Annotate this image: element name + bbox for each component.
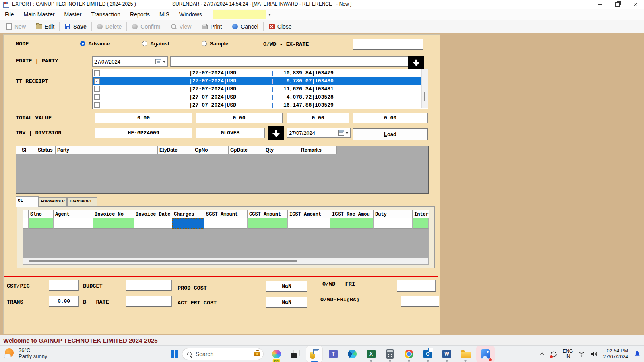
total-value-2[interactable]: 0.00 [196,113,283,123]
party-input[interactable] [170,56,409,67]
inv-date-picker[interactable]: 27/07/2024 [287,128,351,138]
start-button[interactable] [171,350,178,358]
volume-tray-icon[interactable] [590,351,598,357]
wifi-tray-icon[interactable] [578,351,585,357]
invoice-input[interactable]: HF-GP24009 [95,128,192,138]
party-lookup-button[interactable] [408,56,424,69]
cell-invoice-date[interactable] [134,218,172,229]
prod-cost-value[interactable]: NaN [266,281,307,292]
search-box[interactable]: Search [182,348,264,360]
menu-mis[interactable]: MIS [155,9,174,20]
edge-button[interactable] [344,346,361,362]
cell-cgst[interactable] [248,218,288,229]
language-indicator[interactable]: ENG IN [562,349,573,359]
total-value-1[interactable]: 0.00 [95,113,192,123]
horizontal-scrollbar[interactable] [23,258,428,264]
chrome-button[interactable] [400,346,417,362]
chevron-down-icon[interactable] [163,61,166,63]
tt-receipt-row[interactable]: |27-07-2024|USD | 16,147.88|103529 [93,101,428,109]
erp-app-button[interactable] [306,346,323,362]
restore-button[interactable] [609,0,626,9]
cell-charges-focused[interactable] [172,218,204,229]
edit-button[interactable]: Edit [32,21,58,32]
minimize-button[interactable] [591,0,609,9]
radio-sample[interactable]: Sample [202,41,228,47]
tt-receipt-list[interactable]: |27-07-2024|USD | 10,839.84|103479 ✓ |27… [92,69,428,109]
menu-reports[interactable]: Reports [125,9,155,20]
radio-against[interactable]: Against [142,41,169,47]
budget-input[interactable] [126,280,172,291]
cell-igst[interactable] [288,218,330,229]
tt-receipt-row[interactable]: |27-07-2024|USD | 10,839.84|103479 [93,69,428,77]
tt-receipt-row[interactable]: |27-07-2024|USD | 4,078.72|103528 [93,93,428,101]
delete-button[interactable]: Delete [93,21,126,32]
scrollbar-thumb[interactable] [424,92,425,101]
cell-slno[interactable] [29,218,54,229]
view-button[interactable]: View [166,21,195,32]
checkbox-checked-icon[interactable]: ✓ [94,78,100,84]
load-button[interactable]: Load [353,128,428,140]
task-view-button[interactable] [287,346,304,362]
new-button[interactable]: New [2,21,30,32]
cancel-button[interactable]: Cancel [228,21,262,32]
owd-fri-input[interactable] [397,280,436,292]
copilot-button[interactable]: PRE [268,346,285,362]
cell-inter[interactable] [413,218,429,229]
vertical-scrollbar[interactable] [421,69,428,108]
outlook-button[interactable]: O [419,346,436,362]
cell-agent[interactable] [54,218,93,229]
close-button[interactable]: Close [264,21,296,32]
word-button[interactable]: W [438,346,455,362]
update-tray-icon[interactable] [550,351,557,358]
tab-transport[interactable]: TRANSPORT [67,197,97,207]
tab-forwarder[interactable]: FORWARDER [39,197,67,207]
charges-grid[interactable]: Slno Agent Invoice_No Invoice_Date Charg… [23,210,429,265]
gatepass-grid[interactable]: Sl Status Party EtyDate GpNo GpDate Qty … [16,146,429,194]
act-fri-cost-value[interactable]: NaN [266,297,307,308]
clock[interactable]: 02:54 PM 27/07/2024 [603,348,628,360]
edate-picker[interactable]: 27/07/2024 [92,56,168,67]
menu-master[interactable]: Master [60,9,87,20]
owd-fri-rs-input[interactable] [401,296,439,307]
row-selector-cell[interactable] [23,218,29,229]
file-explorer-button[interactable] [457,346,474,362]
radio-advance[interactable]: Advance [80,41,110,47]
save-button[interactable]: Save [60,21,91,32]
tray-expand-button[interactable] [539,351,545,357]
calculator-button[interactable] [382,346,398,362]
cell-invoice-no[interactable] [93,218,134,229]
menu-combobox[interactable] [213,10,266,19]
chevron-down-icon[interactable] [345,132,349,134]
exrate-input[interactable] [353,39,423,50]
scrollbar-thumb[interactable] [29,260,297,262]
checkbox-icon[interactable] [94,70,100,76]
confirm-button[interactable]: Confirm [128,21,164,32]
b-rate-input[interactable] [126,296,172,307]
trans-input[interactable]: 0.00 [49,296,79,307]
menu-main-master[interactable]: Main Master [19,9,60,20]
close-window-button[interactable] [626,0,644,9]
checkbox-icon[interactable] [94,86,100,92]
photos-button[interactable] [476,346,495,362]
cell-duty[interactable] [374,218,413,229]
menu-file[interactable]: File [0,9,19,20]
checkbox-icon[interactable] [94,94,100,100]
total-value-3[interactable]: 0.00 [287,113,349,123]
excel-button[interactable]: X [363,346,380,362]
cell-igst-roc[interactable] [330,218,374,229]
total-value-4[interactable]: 0.00 [353,113,428,123]
tt-receipt-row-selected[interactable]: ✓ |27-07-2024|USD | 9,780.07|103480 [93,77,428,85]
cst-pic-input[interactable] [49,280,79,291]
tab-cl[interactable]: CL [16,196,39,207]
tt-receipt-row[interactable]: |27-07-2024|USD | 11,626.34|103481 [93,85,428,93]
menu-windows[interactable]: Windows [174,9,207,20]
menu-transaction[interactable]: Transaction [86,9,125,20]
checkbox-icon[interactable] [94,102,100,108]
cell-sgst[interactable] [204,218,248,229]
division-lookup-button[interactable] [268,126,284,140]
notification-center-button[interactable] [634,350,641,358]
chevron-down-icon[interactable] [268,14,271,16]
weather-widget[interactable]: 36°C Partly sunny [4,347,47,359]
print-button[interactable]: Print [197,21,226,32]
teams-button[interactable]: T [325,346,342,362]
